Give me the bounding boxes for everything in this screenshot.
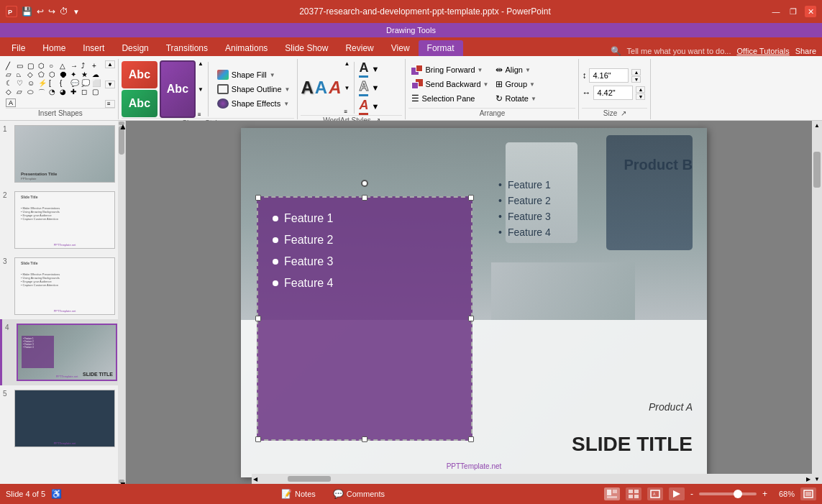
save-icon[interactable]: 💾 xyxy=(22,6,32,17)
shape-arrow-bent[interactable]: ⤴ xyxy=(81,62,91,70)
shape-fill-button[interactable]: Shape Fill ▼ xyxy=(213,68,295,81)
restore-button[interactable]: ❐ xyxy=(787,6,799,17)
tab-file[interactable]: File xyxy=(3,40,34,56)
tab-transitions[interactable]: Transitions xyxy=(157,40,216,56)
slide-img-2[interactable]: Slide Title • Make Effective Presentatio… xyxy=(14,191,115,249)
minimize-button[interactable]: — xyxy=(770,6,782,17)
wordart-scroll-up[interactable]: ▲ xyxy=(344,60,350,67)
shape-flow-decision[interactable]: ◇ xyxy=(6,88,16,98)
shape-flow-terminator[interactable]: ⬭ xyxy=(27,88,37,98)
shape-star5[interactable]: ★ xyxy=(81,70,91,78)
shape-outline-dropdown[interactable]: ▼ xyxy=(285,86,291,93)
canvas-scroll-left[interactable]: ◀ xyxy=(252,475,259,484)
handle-tl[interactable] xyxy=(255,195,261,201)
shape-effects-dropdown[interactable]: ▼ xyxy=(283,101,289,107)
shape-cross[interactable]: ✚ xyxy=(70,88,81,98)
text-outline-button[interactable]: A ▼ xyxy=(359,79,379,96)
shape-lightning[interactable]: ⚡ xyxy=(38,79,48,87)
handle-tr[interactable] xyxy=(468,195,474,201)
rotate-button[interactable]: ↻ Rotate ▼ xyxy=(493,92,575,105)
shape-callout-rect[interactable]: 💬 xyxy=(70,79,81,87)
wordart-scroll-all[interactable]: ≡ xyxy=(344,109,350,115)
slide-img-1[interactable]: Presentation Title PPTemplate xyxy=(14,125,115,183)
shape-snip[interactable]: ⬡ xyxy=(38,62,48,70)
shape-bracket[interactable]: [ xyxy=(49,79,59,87)
reading-view-button[interactable]: A xyxy=(647,487,663,500)
slide-thumb-2[interactable]: 2 Slide Title • Make Effective Presentat… xyxy=(0,187,125,253)
width-up[interactable]: ▲ xyxy=(636,86,645,93)
shape-chord[interactable]: ◔ xyxy=(49,88,59,98)
align-button[interactable]: ⇹ Align ▼ xyxy=(493,63,575,76)
zoom-level[interactable]: 68% xyxy=(773,490,795,498)
canvas-scroll-h-thumb[interactable] xyxy=(288,476,331,482)
shape-heart[interactable]: ♡ xyxy=(17,79,27,87)
shape-flow-io[interactable]: ▱ xyxy=(17,88,27,98)
fit-window-button[interactable] xyxy=(800,487,816,500)
scroll-down-arrow[interactable]: ▼ xyxy=(119,480,124,483)
canvas-scrollbar-h[interactable]: ◀ ▶ xyxy=(252,474,812,484)
panel-scrollbar[interactable]: ▲ ▼ xyxy=(118,121,125,484)
slide-img-5[interactable]: PPTTemplate.net xyxy=(14,390,115,447)
height-up[interactable]: ▲ xyxy=(631,69,641,75)
shape-style-red-button[interactable]: Abc xyxy=(122,61,157,88)
shape-effects-button[interactable]: Shape Effects ▼ xyxy=(213,97,295,110)
share-button[interactable]: Share xyxy=(795,47,816,55)
slide-canvas[interactable]: Feature 1 Feature 2 Feature 3 Feature 4 xyxy=(241,128,707,477)
text-effects-button[interactable]: A ▼ xyxy=(359,98,379,115)
shape-frame[interactable]: ▢ xyxy=(92,88,102,98)
shape-flow-process[interactable]: ⬜ xyxy=(92,79,102,87)
bring-forward-dropdown[interactable]: ▼ xyxy=(478,67,483,73)
wordart-A-blue[interactable]: A xyxy=(315,78,327,98)
search-field[interactable]: Tell me what you want to do... xyxy=(627,47,731,55)
shape-circle[interactable]: ○ xyxy=(49,62,59,70)
slide-img-4[interactable]: • Feature 1• Feature 2• Feature 3• Featu… xyxy=(17,324,117,381)
shape-pie[interactable]: ◕ xyxy=(60,88,70,98)
style-scroll-up[interactable]: ▲ xyxy=(198,60,204,67)
undo-icon[interactable]: ↩ xyxy=(37,6,44,17)
comments-button[interactable]: 💬 Comments xyxy=(329,487,389,500)
zoom-minus-button[interactable]: - xyxy=(690,489,693,499)
shape-pentagon[interactable]: ⬠ xyxy=(38,70,48,78)
rotate-dropdown[interactable]: ▼ xyxy=(531,96,536,102)
wordart-scroll-down[interactable]: ▼ xyxy=(344,85,350,91)
shape-callout-round[interactable]: 💭 xyxy=(81,79,91,87)
slide-thumb-1[interactable]: 1 Presentation Title PPTemplate xyxy=(0,121,125,187)
size-expand-icon[interactable]: ↗ xyxy=(621,109,626,117)
tab-review[interactable]: Review xyxy=(337,40,382,56)
height-down[interactable]: ▼ xyxy=(631,76,641,83)
tab-format[interactable]: Format xyxy=(419,40,463,56)
shape-fill-dropdown[interactable]: ▼ xyxy=(270,72,275,78)
shape-smiley[interactable]: ☺ xyxy=(27,79,37,87)
tab-view[interactable]: View xyxy=(383,40,419,56)
shape-moon[interactable]: ☾ xyxy=(6,79,16,87)
shape-trapezoid[interactable]: ⏢ xyxy=(17,70,27,78)
dropdown-arrow-icon[interactable]: ▼ xyxy=(73,8,80,16)
shape-style-purple-button[interactable]: Abc xyxy=(160,60,196,118)
shape-hexagon[interactable]: ⬡ xyxy=(49,70,59,78)
tab-home[interactable]: Home xyxy=(34,40,74,56)
style-scroll-down[interactable]: ▼ xyxy=(198,86,204,93)
shape-line[interactable]: ╱ xyxy=(6,62,16,70)
tab-slideshow[interactable]: Slide Show xyxy=(276,40,337,56)
text-fill-button[interactable]: A ▼ xyxy=(359,60,379,78)
zoom-plus-button[interactable]: + xyxy=(762,489,767,499)
shape-arc[interactable]: ⌒ xyxy=(38,88,48,98)
canvas-scroll-right[interactable]: ▶ xyxy=(805,475,812,484)
shape-parallelogram[interactable]: ▱ xyxy=(6,70,16,78)
canvas-scrollbar-v[interactable]: ▲ ▼ xyxy=(812,121,822,484)
shape-rect[interactable]: ▭ xyxy=(17,62,27,70)
handle-br[interactable] xyxy=(468,436,474,442)
handle-tm[interactable] xyxy=(362,195,367,201)
canvas-scroll-thumb[interactable] xyxy=(813,152,821,188)
handle-ml[interactable] xyxy=(255,316,261,321)
zoom-thumb[interactable] xyxy=(734,490,742,498)
group-button[interactable]: ⊞ Group ▼ xyxy=(493,78,575,91)
slide-thumb-4[interactable]: 4 • Feature 1• Feature 2• Feature 3• Fea… xyxy=(0,319,125,385)
slide-img-3[interactable]: Slide Title • Make Effective Presentatio… xyxy=(14,257,115,315)
notes-button[interactable]: 📝 Notes xyxy=(277,487,320,500)
wordart-A-red[interactable]: A xyxy=(329,78,341,98)
shape-style-green-button[interactable]: Abc xyxy=(122,90,157,117)
send-backward-button[interactable]: Send Backward ▼ xyxy=(408,78,491,91)
timer-icon[interactable]: ⏱ xyxy=(60,6,68,17)
shape-brace[interactable]: { xyxy=(60,79,70,87)
